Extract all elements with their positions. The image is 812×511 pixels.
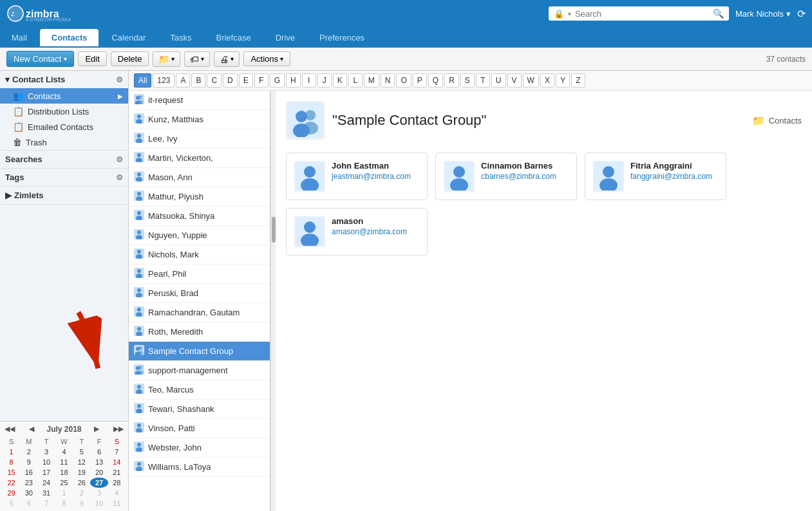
search-bar[interactable]: 🔒 ▾ 🔍 — [549, 6, 729, 21]
cal-day[interactable]: 6 — [20, 498, 37, 508]
card-email[interactable]: jeastman@zimbra.com — [332, 172, 411, 181]
cal-day[interactable]: 21 — [108, 467, 126, 478]
cal-day[interactable]: 28 — [108, 478, 126, 488]
alpha-btn-a[interactable]: A — [176, 73, 190, 88]
cal-day[interactable]: 25 — [55, 478, 73, 488]
contact-list-item[interactable]: Sample Contact Group — [129, 342, 270, 361]
cal-day[interactable]: 17 — [37, 467, 55, 478]
contact-card[interactable]: amasonamason@zimbra.com — [286, 208, 428, 256]
contact-list-item[interactable]: Kunz, Matthias — [129, 110, 270, 129]
tab-preferences[interactable]: Preferences — [308, 29, 376, 46]
cal-day[interactable]: 3 — [90, 488, 108, 498]
alpha-btn-r[interactable]: R — [444, 73, 459, 88]
cal-prev-prev-button[interactable]: ◀◀ — [3, 424, 17, 434]
cal-day[interactable]: 19 — [73, 467, 90, 478]
zimlets-header[interactable]: ▶ Zimlets — [0, 187, 128, 204]
cal-next-next-button[interactable]: ▶▶ — [111, 424, 126, 434]
tags-gear-icon[interactable]: ⚙ — [116, 173, 123, 182]
cal-day[interactable]: 13 — [90, 457, 108, 467]
alpha-btn-e[interactable]: E — [239, 73, 253, 88]
alpha-btn-h[interactable]: H — [286, 73, 301, 88]
sidebar-item-distribution-lists[interactable]: 📋 Distribution Lists — [0, 104, 128, 119]
cal-day[interactable]: 8 — [3, 457, 20, 467]
tab-mail[interactable]: Mail — [0, 29, 39, 46]
cal-day[interactable]: 5 — [3, 498, 20, 508]
cal-day[interactable]: 20 — [90, 467, 108, 478]
cal-day[interactable]: 7 — [108, 447, 126, 457]
alpha-btn-w[interactable]: W — [523, 73, 539, 88]
contact-list-item[interactable]: Lee, Ivy — [129, 129, 270, 149]
alpha-btn-c[interactable]: C — [207, 73, 222, 88]
cal-day[interactable]: 30 — [20, 488, 37, 498]
search-dropdown-icon[interactable]: ▾ — [568, 10, 571, 17]
tags-header[interactable]: Tags ⚙ — [0, 169, 128, 186]
tab-calendar[interactable]: Calendar — [100, 29, 157, 46]
searches-header[interactable]: Searches ⚙ — [0, 151, 128, 168]
alpha-btn-z[interactable]: Z — [571, 73, 585, 88]
contact-card[interactable]: John Eastmanjeastman@zimbra.com — [286, 153, 428, 200]
alpha-btn-d[interactable]: D — [223, 73, 238, 88]
cal-day[interactable]: 27 — [90, 478, 108, 488]
cal-prev-button[interactable]: ◀ — [27, 424, 36, 434]
alpha-btn-n[interactable]: N — [381, 73, 395, 88]
cal-next-button[interactable]: ▶ — [92, 424, 101, 434]
cal-day[interactable]: 8 — [55, 498, 73, 508]
alpha-btn-y[interactable]: Y — [556, 73, 570, 88]
scroll-indicator[interactable] — [270, 91, 276, 511]
alpha-btn-o[interactable]: O — [396, 73, 411, 88]
cal-day[interactable]: 14 — [108, 457, 126, 467]
alpha-btn-123[interactable]: 123 — [153, 73, 175, 88]
contact-list-item[interactable]: Ramachandran, Gautam — [129, 303, 270, 322]
refresh-button[interactable]: ⟳ — [797, 8, 806, 20]
alpha-btn-s[interactable]: S — [460, 73, 475, 88]
card-email[interactable]: amason@zimbra.com — [332, 227, 407, 236]
cal-day[interactable]: 11 — [108, 498, 126, 508]
alpha-btn-t[interactable]: T — [476, 73, 490, 88]
contact-list-item[interactable]: Webster, John — [129, 438, 270, 458]
cal-day[interactable]: 6 — [90, 447, 108, 457]
search-submit-icon[interactable]: 🔍 — [713, 8, 724, 19]
contact-list-item[interactable]: Martin, Vickerton, — [129, 149, 270, 168]
cal-day[interactable]: 2 — [20, 447, 37, 457]
cal-day[interactable]: 2 — [73, 488, 90, 498]
cal-day[interactable]: 9 — [20, 457, 37, 467]
alpha-btn-g[interactable]: G — [270, 73, 285, 88]
sidebar-item-emailed-contacts[interactable]: 📋 Emailed Contacts — [0, 119, 128, 135]
alpha-btn-q[interactable]: Q — [428, 73, 443, 88]
cal-day[interactable]: 4 — [108, 488, 126, 498]
new-contact-button[interactable]: New Contact ▾ — [6, 51, 74, 67]
alpha-btn-b[interactable]: B — [191, 73, 205, 88]
cal-day[interactable]: 10 — [90, 498, 108, 508]
cal-day[interactable]: 11 — [55, 457, 73, 467]
cal-day[interactable]: 15 — [3, 467, 20, 478]
contact-card[interactable]: Cinnamon Barnescbarnes@zimbra.com — [435, 153, 577, 200]
edit-button[interactable]: Edit — [78, 51, 106, 66]
cal-day[interactable]: 24 — [37, 478, 55, 488]
cal-day[interactable]: 26 — [73, 478, 90, 488]
contact-list-item[interactable]: it-request — [129, 91, 270, 110]
contact-list-item[interactable]: Peruski, Brad — [129, 284, 270, 303]
delete-button[interactable]: Delete — [111, 51, 149, 66]
cal-day[interactable]: 4 — [55, 447, 73, 457]
print-button[interactable]: 🖨 ▾ — [214, 51, 240, 67]
cal-day[interactable]: 22 — [3, 478, 20, 488]
alpha-btn-u[interactable]: U — [491, 73, 506, 88]
contact-list-item[interactable]: Pearl, Phil — [129, 265, 270, 284]
tab-briefcase[interactable]: Briefcase — [204, 29, 262, 46]
move-button[interactable]: 📁 ▾ — [153, 51, 180, 67]
cal-day[interactable]: 1 — [55, 488, 73, 498]
cal-day[interactable]: 10 — [37, 457, 55, 467]
contact-list-item[interactable]: Teo, Marcus — [129, 380, 270, 400]
alpha-btn-x[interactable]: X — [540, 73, 554, 88]
contact-list-item[interactable]: Williams, LaToya — [129, 458, 270, 477]
contact-list-item[interactable]: Nichols, Mark — [129, 245, 270, 265]
sidebar-item-contacts[interactable]: 👥 Contacts ▶ — [0, 88, 128, 104]
alpha-btn-j[interactable]: J — [317, 73, 332, 88]
contact-list-item[interactable]: Matsuoka, Shinya — [129, 207, 270, 226]
cal-day[interactable]: 5 — [73, 447, 90, 457]
card-email[interactable]: cbarnes@zimbra.com — [481, 172, 556, 181]
tab-contacts[interactable]: Contacts — [40, 29, 99, 46]
cal-day[interactable]: 29 — [3, 488, 20, 498]
searches-gear-icon[interactable]: ⚙ — [116, 155, 123, 164]
alpha-btn-m[interactable]: M — [364, 73, 379, 88]
